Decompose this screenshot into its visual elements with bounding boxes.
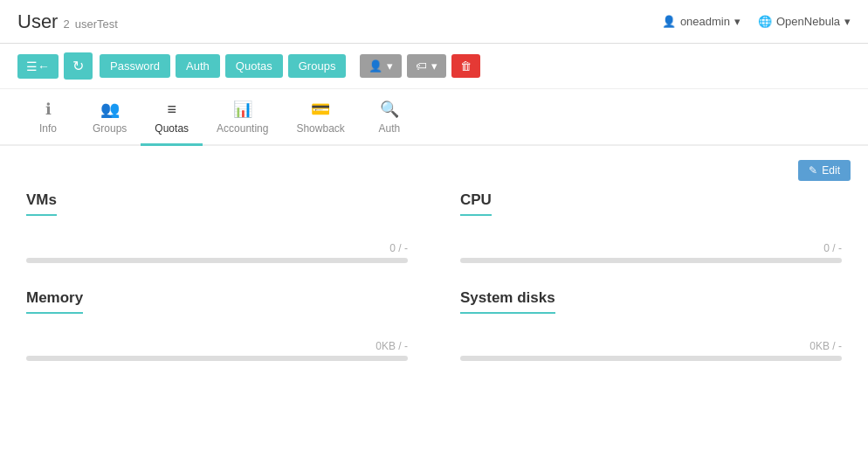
edit-pencil-icon: ✎: [809, 164, 817, 177]
quota-memory-track: [26, 356, 408, 361]
quota-system-disks-bar: 0KB / -: [460, 340, 842, 361]
dropdown-chevron-icon: ▾: [387, 59, 393, 73]
top-header: User 2 userTest 👤 oneadmin ▾ 🌐 OpenNebul…: [0, 0, 868, 44]
quota-memory-bar: 0KB / -: [26, 340, 408, 361]
top-nav: 👤 oneadmin ▾ 🌐 OpenNebula ▾: [662, 15, 851, 28]
quota-cpu-track: [460, 258, 842, 263]
quotas-button[interactable]: Quotas: [225, 54, 283, 78]
toolbar-extra-group: 👤 ▾ 🏷 ▾ 🗑: [360, 54, 480, 78]
edit-bar: ✎ Edit: [17, 160, 851, 181]
user-icon: 👤: [662, 15, 676, 28]
tab-accounting[interactable]: 📊 Accounting: [203, 89, 282, 146]
quota-cpu-bar: 0 / -: [460, 242, 842, 263]
page-username: userTest: [75, 17, 118, 31]
edit-label: Edit: [822, 164, 840, 177]
chevron-down-icon-cloud: ▾: [844, 15, 851, 28]
user-menu-label: oneadmin: [680, 15, 730, 28]
auth-icon: 🔍: [380, 100, 399, 119]
quota-vms-bar: 0 / -: [26, 242, 408, 263]
tag-dropdown-chevron-icon: ▾: [431, 59, 437, 73]
chevron-down-icon: ▾: [734, 15, 741, 28]
quota-memory: Memory 0KB / -: [17, 289, 417, 361]
tab-quotas-label: Quotas: [155, 122, 189, 135]
quota-system-disks-track: [460, 356, 842, 361]
quota-system-disks: System disks 0KB / -: [451, 289, 851, 361]
tabs-bar: ℹ Info 👥 Groups ≡ Quotas 📊 Accounting 💳 …: [0, 89, 868, 146]
tab-accounting-label: Accounting: [217, 122, 268, 135]
back-list-icon: ☰←: [26, 59, 50, 73]
user-action-icon: 👤: [369, 59, 382, 73]
tag-action-dropdown[interactable]: 🏷 ▾: [407, 54, 446, 78]
quota-memory-title: Memory: [26, 289, 83, 314]
groups-button[interactable]: Groups: [288, 54, 347, 78]
cloud-menu[interactable]: 🌐 OpenNebula ▾: [758, 15, 851, 28]
tab-info-label: Info: [39, 122, 57, 135]
tag-icon: 🏷: [416, 59, 427, 73]
page-title-group: User 2 userTest: [17, 10, 118, 33]
toolbar: ☰← ↻ Password Auth Quotas Groups 👤 ▾ 🏷 ▾…: [0, 44, 868, 89]
quotas-icon: ≡: [167, 101, 176, 119]
quota-vms: VMs 0 / -: [17, 191, 417, 263]
page-title: User: [17, 10, 58, 33]
tab-auth-label: Auth: [378, 122, 400, 135]
quota-cpu-value: 0 / -: [460, 242, 842, 254]
toolbar-nav-group: ☰← ↻: [17, 52, 93, 80]
toolbar-action-group: Password Auth Quotas Groups: [100, 54, 346, 78]
auth-button[interactable]: Auth: [176, 54, 220, 78]
showback-icon: 💳: [311, 100, 330, 119]
tab-info[interactable]: ℹ Info: [17, 89, 79, 146]
accounting-icon: 📊: [233, 100, 252, 119]
quota-cpu-title: CPU: [460, 191, 492, 216]
refresh-icon: ↻: [72, 58, 84, 74]
quota-system-disks-title: System disks: [460, 289, 555, 314]
info-icon: ℹ: [45, 100, 52, 119]
user-action-dropdown[interactable]: 👤 ▾: [360, 54, 402, 78]
quota-vms-title: VMs: [26, 191, 57, 216]
tab-groups[interactable]: 👥 Groups: [79, 89, 141, 146]
edit-button[interactable]: ✎ Edit: [798, 160, 851, 181]
quota-cpu: CPU 0 / -: [451, 191, 851, 263]
cloud-menu-label: OpenNebula: [776, 15, 840, 28]
globe-icon: 🌐: [758, 15, 772, 28]
tab-auth[interactable]: 🔍 Auth: [359, 89, 420, 146]
trash-icon: 🗑: [460, 59, 472, 73]
password-button[interactable]: Password: [100, 54, 170, 78]
delete-button[interactable]: 🗑: [451, 54, 480, 78]
quota-system-disks-value: 0KB / -: [460, 340, 842, 352]
page-id: 2: [63, 17, 69, 31]
refresh-button[interactable]: ↻: [64, 52, 93, 80]
tab-showback[interactable]: 💳 Showback: [282, 89, 358, 146]
quota-memory-value: 0KB / -: [26, 340, 408, 352]
back-button[interactable]: ☰←: [17, 54, 59, 79]
main-content: ✎ Edit VMs 0 / - CPU 0 / -: [0, 146, 868, 375]
user-menu[interactable]: 👤 oneadmin ▾: [662, 15, 741, 28]
tab-groups-label: Groups: [93, 122, 127, 135]
quota-vms-value: 0 / -: [26, 242, 408, 254]
groups-icon: 👥: [100, 100, 120, 119]
quotas-grid: VMs 0 / - CPU 0 / - Memory 0KB / -: [17, 191, 851, 361]
tab-quotas[interactable]: ≡ Quotas: [141, 90, 203, 146]
quota-vms-track: [26, 258, 408, 263]
tab-showback-label: Showback: [296, 122, 344, 135]
